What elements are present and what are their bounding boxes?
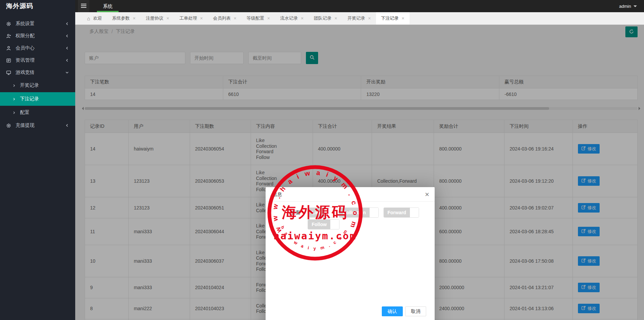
required-asterisk: * [301,210,303,215]
tab-欢迎[interactable]: ⌂欢迎 [82,12,107,24]
modal-titlebar: 信息 × [266,187,435,202]
app-logo: 海外源码 [0,0,75,12]
tab-label: 团队记录 [314,15,331,21]
toggle-knob [330,220,339,229]
answer-options-row-1: LikeCollectionForward [308,207,419,218]
sidebar-item-label: 权限分配 [16,33,35,39]
user-menu[interactable]: admin [619,4,644,9]
chevron-right-icon [12,97,17,101]
tab-close-icon[interactable]: × [133,16,136,21]
tab-注册协议[interactable]: 注册协议× [141,12,174,24]
active-nav-underline [97,11,119,12]
users-icon [6,34,11,39]
tab-bar: ⌂欢迎系统参数×注册协议×工单处理×会员列表×等级配置×流水记录×团队记录×开奖… [75,12,644,25]
sidebar-item-label: 开奖记录 [20,82,39,88]
chevron-right-icon [12,84,17,87]
nav-item-label: 系统 [103,3,112,9]
sidebar-item-label: 下注记录 [20,96,39,102]
sidebar-item-系统设置[interactable]: 系统设置 [0,18,75,30]
tab-流水记录[interactable]: 流水记录× [275,12,309,24]
confirm-button[interactable]: 确认 [382,306,403,316]
chevron-left-icon [65,123,69,127]
tab-close-icon[interactable]: × [166,16,169,21]
sidebar-item-会员中心[interactable]: 会员中心 [0,42,75,54]
toggle-follow[interactable]: Follow [308,219,339,229]
top-navbar: 海外源码 系统 admin [0,0,644,12]
chevron-left-icon [65,22,69,26]
tab-工单处理[interactable]: 工单处理× [174,12,208,24]
tab-label: 欢迎 [93,15,102,21]
tab-label: 等级配置 [247,15,264,21]
tab-会员列表[interactable]: 会员列表× [208,12,242,24]
toggle-forward[interactable]: Forward [383,207,419,218]
hamburger-button[interactable] [78,0,89,12]
sidebar-item-游戏竞猜[interactable]: 游戏竞猜 [0,66,75,79]
answer-options-row-2: Follow [308,219,339,229]
sidebar-item-label: 系统设置 [16,21,35,27]
toggle-label: Forward [384,208,410,217]
toggle-label: Follow [308,220,330,229]
sidebar-item-label: 游戏竞猜 [16,69,35,76]
toggle-knob [410,208,419,217]
hamburger-icon [81,3,86,9]
user-icon [6,46,11,51]
tab-团队记录[interactable]: 团队记录× [309,12,342,24]
sidebar-item-label: 会员中心 [16,45,35,51]
tab-下注记录[interactable]: 下注记录× [376,12,410,24]
chevron-right-icon [12,111,17,115]
chevron-left-icon [65,46,69,50]
chevron-left-icon [65,58,69,62]
tab-label: 下注记录 [381,15,399,21]
chevron-down-icon [65,71,69,75]
nav-item-system[interactable]: 系统 [95,0,121,12]
tab-等级配置[interactable]: 等级配置× [242,12,275,24]
home-icon: ⌂ [87,16,90,21]
sidebar-item-权限分配[interactable]: 权限分配 [0,30,75,42]
sidebar: 系统设置权限分配会员中心资讯管理游戏竞猜开奖记录下注记录配置充值提现 [0,12,75,320]
tab-label: 流水记录 [280,15,298,21]
sidebar-item-label: 充值提现 [16,122,35,128]
tab-label: 工单处理 [179,15,197,21]
modal-buttons: 确认 取消 [382,306,426,316]
sidebar-item-充值提现[interactable]: 充值提现 [0,119,75,132]
news-icon [6,58,11,63]
tab-开奖记录[interactable]: 开奖记录× [342,12,376,24]
tab-label: 注册协议 [146,15,163,21]
tab-label: 开奖记录 [347,15,365,21]
caret-down-icon [633,5,637,9]
close-icon[interactable]: × [425,187,429,202]
toggle-collection[interactable]: Collection [339,207,379,218]
tab-close-icon[interactable]: × [368,16,371,21]
toggle-label: Like [308,208,325,217]
sidebar-item-配置[interactable]: 配置 [0,106,75,119]
toggle-knob [370,208,378,217]
toggle-knob [325,208,334,217]
sidebar-item-开奖记录[interactable]: 开奖记录 [0,79,75,92]
main-area: ⌂欢迎系统参数×注册协议×工单处理×会员列表×等级配置×流水记录×团队记录×开奖… [75,12,644,320]
sidebar-item-资讯管理[interactable]: 资讯管理 [0,54,75,66]
gear-icon [6,21,11,26]
tab-label: 会员列表 [213,15,231,21]
tab-系统参数[interactable]: 系统参数× [107,12,141,24]
tab-label: 系统参数 [112,15,130,21]
tab-close-icon[interactable]: × [334,16,337,21]
sidebar-item-label: 资讯管理 [16,57,35,63]
toggle-like[interactable]: Like [308,207,334,218]
sidebar-item-下注记录[interactable]: 下注记录 [0,92,75,106]
monitor-icon [6,70,11,75]
tab-close-icon[interactable]: × [301,16,304,21]
gear-icon [6,123,11,128]
tab-close-icon[interactable]: × [267,16,270,21]
info-modal: 信息 × 答案* LikeCollectionForward Follow 确认… [266,187,435,320]
answer-field-label: 答案* [270,210,303,216]
sidebar-item-label: 配置 [20,109,29,116]
tab-close-icon[interactable]: × [234,16,236,21]
chevron-left-icon [65,34,69,38]
toggle-label: Collection [339,208,370,217]
tab-close-icon[interactable]: × [402,16,404,21]
cancel-button[interactable]: 取消 [405,306,426,316]
username: admin [619,4,631,9]
tab-close-icon[interactable]: × [200,16,203,21]
modal-title: 信息 [272,192,282,197]
